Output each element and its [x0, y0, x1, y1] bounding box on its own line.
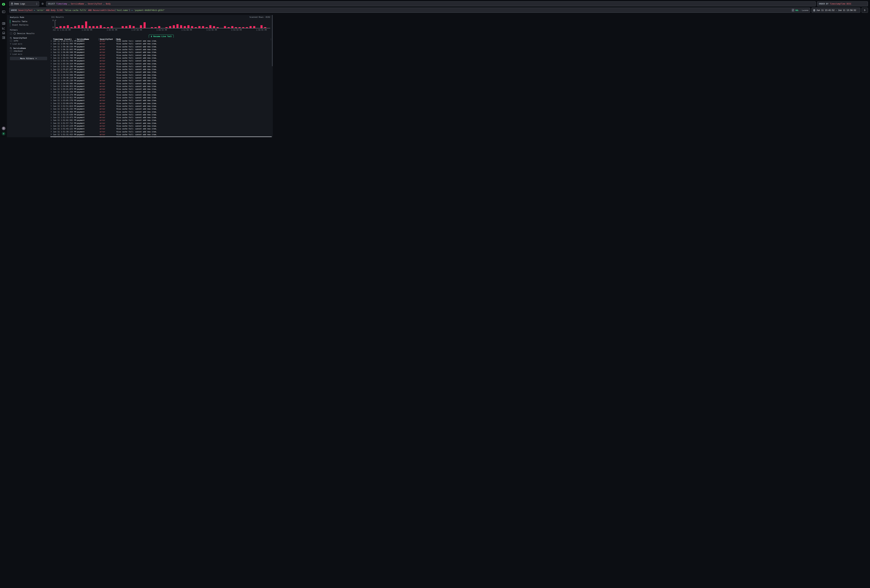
expand-row-chevron-icon[interactable] — [50, 52, 53, 53]
histogram-bar[interactable] — [253, 26, 255, 28]
load-more-severitytext[interactable]: Load more — [10, 43, 22, 45]
expand-row-chevron-icon[interactable] — [50, 83, 53, 84]
histogram-bar[interactable] — [213, 26, 215, 28]
expand-row-chevron-icon[interactable] — [50, 97, 53, 98]
expand-row-chevron-icon[interactable] — [50, 128, 53, 130]
column-resize-handle[interactable] — [76, 38, 76, 40]
source-select[interactable]: Demo Logs — [9, 1, 39, 6]
histogram-bar[interactable] — [143, 22, 146, 28]
table-row[interactable]: Jun 11 1:52:35.232 PM payment error Visa… — [50, 107, 272, 110]
table-row[interactable]: Jun 11 1:51:43.121 PM payment error Visa… — [50, 127, 272, 130]
expand-row-chevron-icon[interactable] — [50, 60, 53, 62]
table-row[interactable]: Jun 11 1:51:47.229 PM payment error Visa… — [50, 125, 272, 127]
table-row[interactable]: Jun 11 1:55:07.827 PM payment error Visa… — [50, 68, 272, 71]
histogram-bar[interactable] — [122, 26, 124, 28]
table-row[interactable]: Jun 11 1:56:03.248 PM payment error Visa… — [50, 54, 272, 57]
where-query-input[interactable]: WHERE SeverityText = 'error' AND Body IL… — [9, 7, 273, 13]
table-row[interactable]: Jun 11 1:56:42.995 PM payment error Visa… — [50, 42, 272, 45]
table-row[interactable]: Jun 11 1:53:41.873 PM payment error Visa… — [50, 88, 272, 91]
histogram-bar[interactable] — [191, 26, 193, 28]
histogram-bar[interactable] — [74, 26, 76, 28]
histogram-bar[interactable] — [188, 25, 189, 28]
histogram-bar[interactable] — [63, 26, 65, 28]
expand-row-chevron-icon[interactable] — [50, 100, 53, 101]
histogram-bar[interactable] — [96, 26, 98, 28]
table-row[interactable]: Jun 11 1:53:00.676 PM payment error Visa… — [50, 102, 272, 105]
expand-row-chevron-icon[interactable] — [50, 80, 53, 82]
expand-row-chevron-icon[interactable] — [50, 49, 53, 50]
expand-row-chevron-icon[interactable] — [50, 57, 53, 59]
filter-option-info[interactable]: info — [10, 40, 18, 42]
filter-option-checkout[interactable]: checkout — [10, 50, 23, 52]
load-more-servicename[interactable]: Load more — [10, 53, 22, 55]
table-row[interactable]: Jun 11 1:51:39.115 PM payment error Visa… — [50, 130, 272, 133]
table-options-kebab-icon[interactable]: ⋮ — [269, 38, 272, 40]
histogram-bar[interactable] — [82, 25, 83, 28]
expand-row-chevron-icon[interactable] — [50, 125, 53, 127]
table-row[interactable]: Jun 11 1:56:32.843 PM payment error Visa… — [50, 48, 272, 51]
column-servicename[interactable]: ServiceName — [77, 38, 100, 40]
table-row[interactable]: Jun 11 1:53:05.578 PM payment error Visa… — [50, 99, 272, 102]
histogram-bar[interactable] — [67, 25, 69, 28]
expand-row-chevron-icon[interactable] — [50, 103, 53, 104]
table-row[interactable]: Jun 11 1:55:39.324 PM payment error Visa… — [50, 62, 272, 65]
column-resize-handle[interactable] — [98, 38, 99, 40]
user-avatar[interactable]: U — [0, 131, 7, 136]
checkout-checkbox[interactable] — [10, 50, 12, 52]
table-row[interactable]: Jun 11 1:51:57.712 PM payment error Visa… — [50, 122, 272, 125]
denoise-results-row[interactable]: Denoise Results — [10, 32, 34, 34]
table-row[interactable]: Jun 11 1:54:43.948 PM payment error Visa… — [50, 74, 272, 76]
column-resize-handle[interactable] — [115, 38, 116, 40]
table-row[interactable]: Jun 11 1:52:30.469 PM payment error Visa… — [50, 110, 272, 113]
column-severitytext[interactable]: SeverityText — [100, 38, 116, 40]
expand-row-chevron-icon[interactable] — [50, 111, 53, 113]
sidebar-toggle-icon[interactable] — [0, 10, 7, 14]
histogram-bar[interactable] — [202, 26, 204, 28]
column-timestamp[interactable]: Timestamp (Local) — [53, 38, 77, 40]
expand-row-chevron-icon[interactable] — [50, 65, 53, 67]
histogram-bar[interactable] — [60, 26, 62, 28]
expand-row-chevron-icon[interactable] — [50, 54, 53, 56]
histogram-bar[interactable] — [176, 24, 179, 28]
table-row[interactable]: Jun 11 1:54:26.230 PM payment error Visa… — [50, 79, 272, 82]
histogram-bar[interactable] — [173, 25, 175, 28]
expand-row-chevron-icon[interactable] — [50, 131, 53, 132]
histogram-bar[interactable] — [125, 26, 127, 28]
histogram-bar[interactable] — [209, 25, 212, 28]
histogram-bar[interactable] — [184, 26, 186, 28]
table-row[interactable]: Jun 11 1:53:24.274 PM payment error Visa… — [50, 94, 272, 96]
histogram-bar[interactable] — [111, 26, 113, 28]
expand-row-chevron-icon[interactable] — [50, 68, 53, 70]
expand-row-chevron-icon[interactable] — [50, 114, 53, 115]
expand-row-chevron-icon[interactable] — [50, 94, 53, 95]
histogram-bar[interactable] — [169, 26, 171, 28]
table-row[interactable]: Jun 11 1:51:31.415 PM payment error Visa… — [50, 133, 272, 136]
table-row[interactable]: Jun 11 1:52:19.473 PM payment error Visa… — [50, 116, 272, 119]
column-body[interactable]: Body — [116, 38, 269, 40]
expand-row-chevron-icon[interactable] — [50, 134, 53, 135]
expand-row-chevron-icon[interactable] — [50, 91, 53, 93]
histogram-bar[interactable] — [89, 26, 91, 28]
table-row[interactable]: Jun 11 1:52:51.824 PM payment error Visa… — [50, 105, 272, 107]
expand-row-chevron-icon[interactable] — [50, 71, 53, 73]
histogram-bar[interactable] — [180, 25, 182, 28]
table-row[interactable]: Jun 11 1:52:02.581 PM payment error Visa… — [50, 119, 272, 122]
horizontal-scrollbar-thumb[interactable] — [50, 136, 272, 137]
table-row[interactable]: Jun 11 1:54:06.953 PM payment error Visa… — [50, 85, 272, 88]
table-row[interactable]: Jun 11 1:55:51.448 PM payment error Visa… — [50, 59, 272, 62]
expand-row-chevron-icon[interactable] — [50, 43, 53, 45]
vertical-scrollbar-thumb[interactable] — [272, 15, 273, 66]
expand-row-chevron-icon[interactable] — [50, 105, 53, 107]
table-row[interactable]: Jun 11 1:54:40.218 PM payment error Visa… — [50, 76, 272, 79]
expand-row-chevron-icon[interactable] — [50, 117, 53, 118]
histogram-bar[interactable] — [224, 26, 226, 28]
table-row[interactable]: Jun 11 1:55:16.296 PM payment error Visa… — [50, 65, 272, 68]
mode-results-table[interactable]: Results Table — [10, 20, 46, 23]
chart-explorer-icon[interactable] — [0, 26, 7, 30]
source-settings-button[interactable]: ⚙ — [40, 1, 45, 6]
expand-row-chevron-icon[interactable] — [50, 63, 53, 64]
expand-row-chevron-icon[interactable] — [50, 74, 53, 76]
table-row[interactable]: Jun 11 1:52:25.630 PM payment error Visa… — [50, 113, 272, 116]
table-row[interactable]: Jun 11 1:54:52.241 PM payment error Visa… — [50, 71, 272, 73]
table-row[interactable]: Jun 11 1:53:26.250 PM payment error Visa… — [50, 91, 272, 93]
